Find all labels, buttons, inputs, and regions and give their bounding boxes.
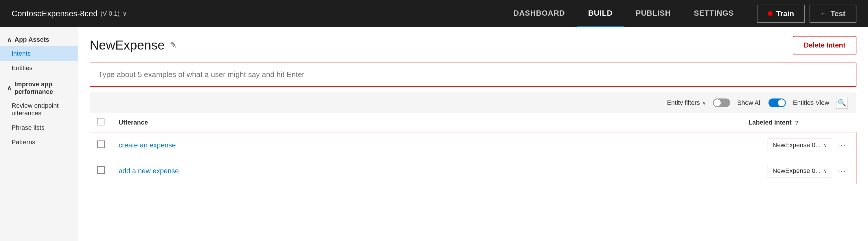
labeled-intent-dropdown[interactable]: NewExpense 0... ∨ bbox=[768, 164, 832, 178]
utterances-tbody: create an expense NewExpense 0... ∨ ··· bbox=[90, 132, 856, 184]
row-checkbox-cell bbox=[90, 132, 112, 158]
entities-view-label: Entities View bbox=[793, 99, 829, 107]
test-button[interactable]: ← Test bbox=[810, 5, 857, 23]
nav-build[interactable]: BUILD bbox=[577, 0, 624, 27]
labeled-intent-chevron-icon: ∨ bbox=[824, 168, 827, 174]
entities-view-toggle-thumb bbox=[778, 99, 785, 106]
sidebar-section-app-assets: ∧ App Assets bbox=[0, 33, 78, 46]
table-header-row: Utterance Labeled intent ? bbox=[90, 113, 856, 132]
table-row: add a new expense NewExpense 0... ∨ ··· bbox=[90, 158, 856, 184]
row-more-button[interactable]: ··· bbox=[835, 166, 849, 176]
labeled-intent-dropdown[interactable]: NewExpense 0... ∨ bbox=[768, 138, 832, 152]
nav-settings[interactable]: SETTINGS bbox=[682, 0, 745, 27]
utterance-text-cell: create an expense bbox=[112, 132, 404, 158]
search-icon: 🔍 bbox=[838, 99, 846, 107]
test-arrow-icon: ← bbox=[820, 10, 827, 17]
nav-actions: Train ← Test bbox=[757, 5, 857, 23]
app-name: ContosoExpenses-8ced bbox=[11, 9, 97, 18]
delete-intent-button[interactable]: Delete Intent bbox=[793, 36, 857, 54]
intent-name: NewExpense bbox=[90, 38, 165, 52]
sidebar: ∧ App Assets Intents Entities ∧ Improve … bbox=[0, 27, 78, 241]
utterance-input[interactable] bbox=[90, 63, 856, 86]
nav-links: DASHBOARD BUILD PUBLISH SETTINGS bbox=[502, 0, 746, 27]
labeled-intent-help-icon[interactable]: ? bbox=[795, 120, 798, 126]
sidebar-item-patterns[interactable]: Patterns bbox=[0, 135, 78, 150]
intent-header: NewExpense ✎ Delete Intent bbox=[90, 36, 857, 54]
test-label: Test bbox=[830, 9, 845, 18]
utterance-text: add a new expense bbox=[119, 167, 179, 175]
utterance-col-label: Utterance bbox=[119, 119, 148, 126]
main-layout: ∧ App Assets Intents Entities ∧ Improve … bbox=[0, 27, 868, 241]
improve-caret: ∧ bbox=[7, 84, 11, 92]
th-utterance: Utterance bbox=[112, 113, 404, 132]
utterances-table: Utterance Labeled intent ? create an exp… bbox=[90, 113, 857, 184]
nav-publish[interactable]: PUBLISH bbox=[624, 0, 682, 27]
train-status-dot bbox=[768, 11, 773, 16]
filters-bar: Entity filters ∨ Show All Entities View … bbox=[90, 92, 857, 113]
sidebar-item-intents[interactable]: Intents bbox=[0, 46, 78, 61]
labeled-intent-value: NewExpense 0... bbox=[773, 167, 820, 175]
labeled-intent-chevron-icon: ∨ bbox=[824, 142, 827, 148]
search-button[interactable]: 🔍 bbox=[836, 97, 848, 109]
show-all-toggle-thumb bbox=[714, 99, 721, 106]
main-content: NewExpense ✎ Delete Intent Entity filter… bbox=[78, 27, 868, 241]
row-checkbox[interactable] bbox=[97, 140, 105, 148]
show-all-toggle[interactable] bbox=[713, 99, 730, 107]
sidebar-item-phrase-lists[interactable]: Phrase lists bbox=[0, 121, 78, 135]
show-all-label: Show All bbox=[737, 99, 762, 107]
edit-intent-icon[interactable]: ✎ bbox=[170, 41, 177, 50]
improve-label: Improve app performance bbox=[14, 81, 71, 96]
train-label: Train bbox=[776, 9, 794, 18]
sidebar-section-improve: ∧ Improve app performance bbox=[0, 78, 78, 99]
app-assets-caret: ∧ bbox=[7, 36, 11, 44]
th-checkbox bbox=[90, 113, 112, 132]
sidebar-item-review-utterances[interactable]: Review endpoint utterances bbox=[0, 99, 78, 121]
app-title[interactable]: ContosoExpenses-8ced (V 0.1) ∨ bbox=[11, 9, 127, 18]
row-more-button[interactable]: ··· bbox=[835, 141, 849, 150]
th-labeled-intent: Labeled intent ? bbox=[404, 113, 856, 132]
app-chevron-icon[interactable]: ∨ bbox=[122, 10, 127, 17]
entity-filters-chevron-icon: ∨ bbox=[702, 100, 706, 106]
labeled-intent-value: NewExpense 0... bbox=[773, 141, 820, 149]
utterance-text-cell: add a new expense bbox=[112, 158, 404, 184]
app-assets-label: App Assets bbox=[14, 36, 49, 44]
row-checkbox[interactable] bbox=[97, 166, 105, 174]
select-all-checkbox[interactable] bbox=[97, 118, 104, 126]
intent-title: NewExpense ✎ bbox=[90, 38, 177, 52]
labeled-intent-col-label: Labeled intent bbox=[748, 119, 792, 126]
entity-filters-label[interactable]: Entity filters ∨ bbox=[667, 99, 706, 107]
entities-view-toggle[interactable] bbox=[769, 99, 786, 107]
entity-filters-text: Entity filters bbox=[667, 99, 700, 107]
utterance-text: create an expense bbox=[119, 141, 176, 149]
nav-dashboard[interactable]: DASHBOARD bbox=[502, 0, 577, 27]
utterance-input-wrapper bbox=[90, 62, 857, 87]
train-button[interactable]: Train bbox=[757, 5, 805, 23]
labeled-intent-cell: NewExpense 0... ∨ ··· bbox=[404, 132, 856, 158]
row-checkbox-cell bbox=[90, 158, 112, 184]
table-row: create an expense NewExpense 0... ∨ ··· bbox=[90, 132, 856, 158]
top-navigation: ContosoExpenses-8ced (V 0.1) ∨ DASHBOARD… bbox=[0, 0, 868, 27]
sidebar-item-entities[interactable]: Entities bbox=[0, 61, 78, 75]
labeled-intent-cell: NewExpense 0... ∨ ··· bbox=[404, 158, 856, 184]
app-version: (V 0.1) bbox=[100, 10, 120, 17]
